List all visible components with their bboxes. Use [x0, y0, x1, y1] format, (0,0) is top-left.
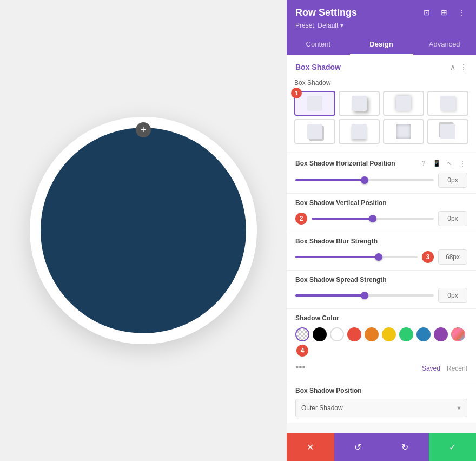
- action-bar: ✕ ↺ ↻ ✓: [287, 433, 476, 461]
- blur-label: Box Shadow Blur Strength: [295, 238, 378, 245]
- shadow-option-light[interactable]: [427, 91, 468, 116]
- color-swatch-purple[interactable]: [434, 327, 448, 341]
- save-button[interactable]: ✓: [429, 433, 477, 461]
- color-swatch-transparent[interactable]: [295, 327, 309, 341]
- box-shadow-section: Box Shadow ∧ ⋮ Box Shadow 1: [287, 55, 476, 152]
- shadow-color-section: Shadow Color 4 ••• Saved Recent: [287, 308, 476, 381]
- shadow-option-all[interactable]: [383, 91, 424, 116]
- help-icon[interactable]: ?: [419, 159, 428, 168]
- color-swatch-orange[interactable]: [365, 327, 379, 341]
- fullscreen-icon[interactable]: ⊡: [421, 6, 433, 18]
- badge-4: 4: [296, 345, 308, 357]
- section-header: Box Shadow ∧ ⋮: [287, 55, 476, 79]
- horizontal-value[interactable]: 0px: [438, 173, 467, 188]
- horizontal-label: Box Shadow Horizontal Position: [295, 160, 395, 167]
- redo-button[interactable]: ↻: [381, 433, 429, 461]
- horizontal-slider-track[interactable]: [295, 179, 434, 181]
- shadow-option-bottom-right[interactable]: [294, 119, 335, 144]
- more-icon[interactable]: ⋮: [455, 6, 467, 18]
- shadow-color-label: Shadow Color: [295, 314, 467, 322]
- vertical-slider-track[interactable]: [312, 218, 434, 220]
- circle-outer: [30, 117, 257, 344]
- section-more-icon[interactable]: ⋮: [460, 63, 467, 71]
- horizontal-slider-row: 0px: [295, 173, 467, 188]
- tabs: Content Design Advanced: [287, 35, 476, 55]
- mobile-icon[interactable]: 📱: [432, 159, 441, 168]
- vertical-value[interactable]: 0px: [438, 211, 467, 226]
- badge-2: 2: [295, 213, 307, 225]
- badge-3: 3: [422, 251, 434, 263]
- tab-design[interactable]: Design: [350, 35, 413, 55]
- spread-value[interactable]: 0px: [438, 288, 467, 303]
- shadow-position-select[interactable]: Outer Shadow Inner Shadow: [295, 399, 467, 417]
- shadow-option-top-left[interactable]: [427, 119, 468, 144]
- more-field-icon[interactable]: ⋮: [458, 159, 467, 168]
- blur-strength-field: Box Shadow Blur Strength 3 68px: [287, 232, 476, 270]
- shadow-options: Box Shadow 1: [287, 79, 476, 152]
- color-swatch-red[interactable]: [347, 327, 361, 341]
- recent-button[interactable]: Recent: [447, 365, 467, 372]
- shadow-option-outer[interactable]: [339, 91, 380, 116]
- tab-content[interactable]: Content: [287, 35, 350, 55]
- blur-slider-row: 3 68px: [295, 249, 467, 265]
- vertical-label: Box Shadow Vertical Position: [295, 199, 387, 207]
- shadow-position-label: Box Shadow Position: [295, 387, 467, 394]
- badge-1: 1: [291, 88, 302, 98]
- preview-area: +: [0, 0, 287, 461]
- blur-slider-track[interactable]: [295, 256, 418, 258]
- horizontal-position-field: Box Shadow Horizontal Position ? 📱 ↖ ⋮ 0…: [287, 153, 476, 193]
- vertical-position-field: Box Shadow Vertical Position 2 0px: [287, 193, 476, 232]
- shadow-option-bottom[interactable]: [339, 119, 380, 144]
- vertical-slider-row: 2 0px: [295, 211, 467, 226]
- spacer: [287, 423, 476, 431]
- circle-container: +: [30, 117, 257, 344]
- spread-label: Box Shadow Spread Strength: [295, 276, 387, 284]
- undo-button[interactable]: ↺: [334, 433, 382, 461]
- color-swatch-yellow[interactable]: [382, 327, 396, 341]
- color-swatch-green[interactable]: [399, 327, 413, 341]
- shadow-position-select-wrapper: Outer Shadow Inner Shadow ▼: [295, 399, 467, 417]
- spread-slider-track[interactable]: [295, 294, 434, 297]
- color-picker-dots[interactable]: •••: [295, 362, 306, 373]
- color-swatch-custom[interactable]: [451, 327, 465, 341]
- spread-strength-field: Box Shadow Spread Strength 0px: [287, 270, 476, 308]
- delete-button[interactable]: ✕: [287, 433, 334, 461]
- shadow-option-inner[interactable]: [383, 119, 424, 144]
- shadow-grid: 1: [294, 91, 468, 144]
- panel-header: Row Settings ⊡ ⊞ ⋮ Preset: Default ▾: [287, 0, 476, 35]
- collapse-icon[interactable]: ∧: [450, 63, 455, 71]
- panel-content: Box Shadow ∧ ⋮ Box Shadow 1: [287, 55, 476, 433]
- preset-label[interactable]: Preset: Default ▾: [295, 22, 467, 29]
- color-swatch-blue[interactable]: [416, 327, 431, 341]
- tab-advanced[interactable]: Advanced: [413, 35, 476, 55]
- color-swatches: 4: [295, 327, 467, 357]
- settings-panel: Row Settings ⊡ ⊞ ⋮ Preset: Default ▾ Con…: [287, 0, 476, 461]
- grid-icon[interactable]: ⊞: [438, 6, 450, 18]
- add-button[interactable]: +: [136, 122, 151, 137]
- circle-inner: [41, 128, 246, 333]
- color-swatch-white[interactable]: [330, 327, 344, 341]
- shadow-option-none[interactable]: 1: [294, 91, 335, 116]
- section-title: Box Shadow: [295, 63, 341, 71]
- shadow-options-label: Box Shadow: [294, 79, 468, 87]
- color-swatch-black[interactable]: [313, 327, 327, 341]
- shadow-position-section: Box Shadow Position Outer Shadow Inner S…: [287, 381, 476, 423]
- spread-slider-row: 0px: [295, 288, 467, 303]
- panel-header-icons: ⊡ ⊞ ⋮: [421, 6, 467, 18]
- blur-value[interactable]: 68px: [438, 249, 467, 265]
- saved-button[interactable]: Saved: [422, 365, 440, 372]
- cursor-icon[interactable]: ↖: [445, 159, 454, 168]
- panel-title: Row Settings: [295, 7, 357, 18]
